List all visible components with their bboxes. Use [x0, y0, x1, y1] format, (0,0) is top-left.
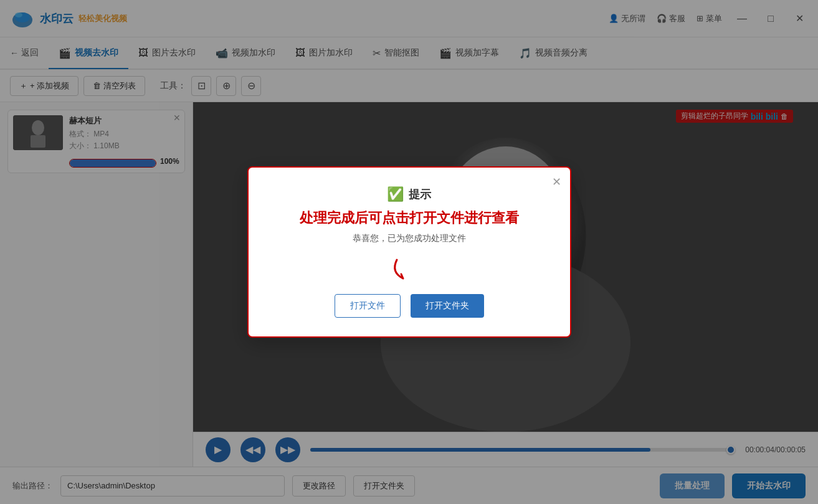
- modal-title-row: ✅ 提示: [273, 186, 545, 202]
- modal-title: 提示: [409, 187, 431, 202]
- modal-arrow: [273, 257, 545, 288]
- modal-buttons: 打开文件 打开文件夹: [273, 294, 545, 318]
- open-folder-modal-btn[interactable]: 打开文件夹: [411, 294, 484, 318]
- modal-dialog: ✕ ✅ 提示 处理完成后可点击打开文件进行查看 恭喜您，已为您成功处理文件 打开…: [247, 166, 571, 338]
- open-file-btn[interactable]: 打开文件: [335, 294, 401, 318]
- modal-sub-text: 恭喜您，已为您成功处理文件: [273, 233, 545, 244]
- arrow-svg: [384, 257, 434, 288]
- modal-overlay: ✕ ✅ 提示 处理完成后可点击打开文件进行查看 恭喜您，已为您成功处理文件 打开…: [0, 0, 818, 504]
- modal-close-btn[interactable]: ✕: [552, 175, 561, 189]
- success-icon: ✅: [387, 186, 404, 202]
- modal-main-text: 处理完成后可点击打开文件进行查看: [273, 209, 545, 228]
